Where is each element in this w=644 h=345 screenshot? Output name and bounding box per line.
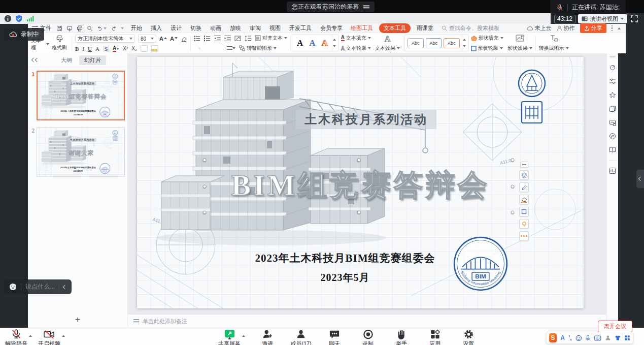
collapse-ribbon-icon[interactable]: [618, 26, 621, 29]
selection-handle[interactable]: [357, 211, 360, 214]
tab-slides[interactable]: 幻灯片: [79, 55, 106, 65]
shape-fill-button[interactable]: 形状填充: [471, 35, 503, 42]
gallery-scroll[interactable]: [332, 35, 337, 51]
unmute-button[interactable]: 解除静音: [5, 329, 27, 345]
numbered-list-icon[interactable]: [204, 36, 211, 41]
increase-indent-icon[interactable]: [224, 36, 231, 41]
font-name-select[interactable]: 方正清刻本悦宋简体: [75, 35, 135, 43]
shape-style-gallery[interactable]: Abc Abc Abc: [404, 35, 469, 51]
highlight-button[interactable]: [151, 45, 158, 52]
underline-button[interactable]: U: [88, 46, 92, 52]
more-tools-button[interactable]: [519, 231, 529, 241]
shape-effect-button[interactable]: 形状效果: [505, 34, 534, 52]
raise-hand-button[interactable]: 举手: [390, 329, 413, 345]
rectangle-button[interactable]: [519, 207, 529, 216]
smart-shape-button[interactable]: 转智能图形: [239, 45, 277, 52]
chat-button[interactable]: 聊天: [323, 329, 346, 345]
quick-access-more-icon[interactable]: [121, 27, 124, 31]
tab-drawing-tools[interactable]: 绘图工具: [351, 24, 373, 32]
slide-banner[interactable]: 土木科技月系列活动: [296, 110, 436, 129]
tab-review[interactable]: 审阅: [250, 24, 261, 32]
collapse-chat-icon[interactable]: [63, 285, 67, 289]
share-options-icon[interactable]: [242, 333, 245, 337]
image-lock-icon[interactable]: [609, 119, 616, 126]
mic-options-icon[interactable]: [29, 333, 32, 337]
align-right-button[interactable]: [203, 47, 205, 49]
superscript-button[interactable]: X²: [123, 46, 128, 51]
share-screen-button[interactable]: 共享屏幕: [218, 329, 241, 345]
layers-panel-icon[interactable]: [609, 105, 616, 112]
tab-home[interactable]: 开始: [131, 24, 142, 32]
convert-diagram-button[interactable]: 转换成图示: [537, 34, 571, 52]
increase-font-button[interactable]: A: [159, 36, 167, 42]
align-text-button[interactable]: 对齐文本: [255, 35, 287, 42]
selection-handle[interactable]: [511, 211, 515, 214]
star-icon[interactable]: [609, 91, 616, 99]
format-painter-button[interactable]: 格式刷: [50, 35, 69, 52]
fullscreen-button[interactable]: [631, 15, 638, 22]
selection-handle[interactable]: [203, 211, 207, 214]
shape-style-3[interactable]: Abc: [444, 38, 460, 48]
paragraph-spacing-button[interactable]: [221, 47, 223, 49]
subscript-button[interactable]: X₂: [131, 46, 137, 51]
sogou-logo[interactable]: S: [549, 333, 557, 342]
tab-transition[interactable]: 切换: [190, 24, 201, 32]
sogou-punctuation-toggle[interactable]: ’,: [568, 334, 572, 341]
shape-style-2[interactable]: Abc: [426, 38, 442, 48]
camera-options-icon[interactable]: [62, 333, 65, 337]
wordart-style-3[interactable]: A: [318, 38, 330, 48]
tab-design[interactable]: 设计: [171, 24, 182, 32]
rail-handle[interactable]: [609, 56, 616, 57]
sogou-skin-icon[interactable]: [615, 334, 621, 341]
undo-button[interactable]: [97, 25, 107, 32]
settings-button[interactable]: 设置: [457, 329, 480, 345]
decrease-font-button[interactable]: A: [170, 36, 178, 42]
record-button[interactable]: 录制: [357, 329, 379, 345]
start-video-button[interactable]: 开启视频: [38, 329, 60, 345]
sogou-keyboard-icon[interactable]: [594, 335, 601, 341]
collapse-toolbar-button[interactable]: [520, 162, 528, 168]
shape-style-1[interactable]: Abc: [408, 38, 424, 48]
tab-text-tools-active[interactable]: 文本工具: [379, 23, 411, 33]
text-fill-button[interactable]: A文本填充: [341, 35, 371, 42]
tab-animation[interactable]: 动画: [210, 24, 221, 32]
sogou-account-icon[interactable]: [605, 334, 611, 341]
tab-view[interactable]: 视图: [269, 24, 281, 32]
wordart-gallery[interactable]: A A A: [292, 35, 339, 51]
notes-bar[interactable]: 单击此处添加备注: [128, 314, 606, 328]
compass-icon[interactable]: [609, 133, 616, 140]
invite-button[interactable]: 邀请: [256, 329, 279, 345]
text-shadow-button[interactable]: S: [103, 46, 109, 52]
tab-outline[interactable]: 大纲: [56, 55, 77, 65]
selection-handle[interactable]: [203, 159, 207, 162]
pen-button[interactable]: [519, 182, 529, 192]
share-button[interactable]: 分享: [580, 23, 606, 33]
print-icon[interactable]: [77, 25, 83, 32]
italic-button[interactable]: I: [82, 46, 84, 52]
tab-membership[interactable]: 会员专享: [320, 24, 343, 32]
wordart-style-2[interactable]: A: [306, 38, 318, 48]
menu-icon[interactable]: [363, 5, 369, 9]
font-color-button[interactable]: A: [113, 46, 119, 52]
gallery-scroll[interactable]: [462, 35, 467, 51]
view-mode-selector[interactable]: 演讲者视图: [578, 14, 627, 23]
bullet-list-icon[interactable]: [194, 36, 200, 41]
align-justify-button[interactable]: [208, 47, 210, 49]
chat-input-overlay[interactable]: 说点什么...: [4, 279, 72, 294]
text-outline-button[interactable]: A文本轮廓: [341, 45, 371, 52]
line-spacing-icon[interactable]: [245, 36, 251, 41]
more-options-icon[interactable]: [612, 25, 613, 32]
sogou-emoji-icon[interactable]: [575, 334, 582, 342]
collapse-panel-icon[interactable]: [32, 58, 39, 61]
apps-button[interactable]: 应用: [424, 329, 446, 345]
shield-icon[interactable]: [15, 15, 23, 22]
redo-icon[interactable]: [111, 25, 117, 32]
command-search[interactable]: 查找命令、搜索模板: [442, 24, 499, 32]
tab-rain-classroom[interactable]: 雨课堂: [417, 24, 433, 32]
list-level-button[interactable]: [226, 45, 236, 52]
phonetic-guide-button[interactable]: [141, 45, 148, 52]
layers-button[interactable]: [519, 170, 529, 180]
text-effect-button[interactable]: A 文本效果: [373, 34, 402, 52]
chart-image-icon[interactable]: [609, 167, 616, 174]
shape-format-button[interactable]: [519, 195, 529, 204]
